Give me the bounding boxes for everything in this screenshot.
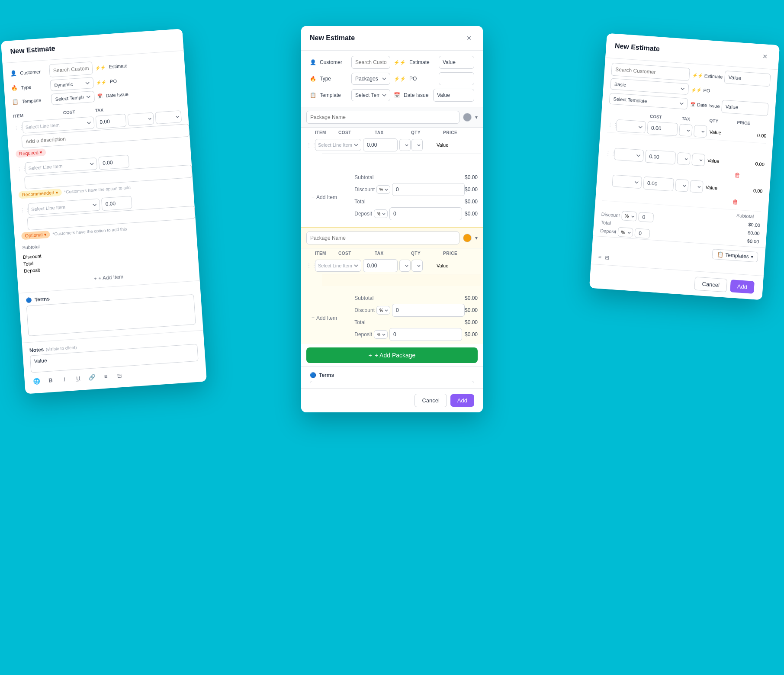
tax-3-right[interactable] [675, 179, 689, 192]
date-icon-left: 📅 [97, 93, 103, 99]
color-dot-1[interactable] [463, 113, 472, 122]
tax-1-right[interactable] [679, 124, 693, 137]
drag-p2[interactable]: ⋮⋮ [306, 263, 313, 269]
add-btn-right[interactable]: Add [730, 280, 755, 294]
discount-type-p1[interactable]: % [376, 185, 390, 194]
tax2-p2[interactable] [411, 260, 423, 272]
drag-p1[interactable]: ⋮⋮ [306, 142, 313, 148]
color-chevron-2[interactable]: ▾ [475, 235, 478, 241]
package-2-name[interactable] [306, 231, 459, 244]
template-select-right[interactable]: Select Template [609, 93, 688, 110]
close-btn-center[interactable]: × [464, 33, 474, 43]
th-item-p2: ITEM [315, 251, 337, 256]
cost-input-3-left[interactable] [101, 196, 132, 211]
discount-type-p2[interactable]: % [376, 306, 390, 315]
cost-3-right[interactable] [643, 177, 674, 192]
cost-input-1-left[interactable] [96, 114, 127, 129]
add-item-btn-p2[interactable]: + Add Item [306, 312, 342, 324]
date-value-right[interactable] [721, 100, 768, 116]
cancel-btn-right[interactable]: Cancel [694, 276, 727, 292]
color-dot-2[interactable] [463, 234, 472, 242]
close-btn-right[interactable]: × [759, 51, 771, 62]
value-2-right: Value [707, 158, 733, 165]
cancel-btn-center[interactable]: Cancel [414, 394, 447, 407]
tax2-p1[interactable] [411, 139, 423, 151]
tax-select-1-left[interactable] [127, 112, 154, 126]
estimate-icon-left: ⚡⚡ [95, 64, 106, 70]
add-item-btn-p1[interactable]: + Add Item [306, 192, 342, 203]
deposit-val-p2[interactable] [389, 328, 462, 341]
po-input-center[interactable] [439, 72, 474, 85]
li-select-2-right[interactable] [614, 148, 644, 162]
color-chevron-1[interactable]: ▾ [475, 114, 478, 120]
discount-val-p1[interactable] [392, 183, 465, 196]
customer-input-center[interactable] [351, 56, 390, 69]
drag-handle-2-left[interactable]: ⋮⋮ [16, 166, 24, 172]
terms-textarea-center[interactable] [310, 381, 474, 388]
templates-btn-right[interactable]: 📋 Templates ▾ [712, 249, 758, 262]
deposit-type-p1[interactable]: % [374, 209, 388, 218]
estimate-value-right[interactable] [724, 71, 771, 87]
underline-btn-left[interactable]: U [73, 373, 84, 384]
add-item-btn-left[interactable]: + + Add Item [88, 270, 129, 284]
cost-p2[interactable] [363, 259, 398, 272]
tax-p2[interactable] [399, 260, 411, 272]
trash-1-right[interactable]: 🗑 [733, 170, 764, 181]
deposit-input-right[interactable] [635, 228, 650, 238]
drag-handle-1-left[interactable]: ⋮⋮ [14, 125, 21, 131]
type-select-center[interactable]: Packages [351, 73, 390, 85]
li-select-p2[interactable]: Select Line Item [315, 260, 361, 272]
globe-btn-left[interactable]: 🌐 [31, 376, 42, 387]
drag-2-right[interactable]: ⋮⋮ [605, 150, 613, 157]
deposit-type-p2[interactable]: % [374, 330, 388, 339]
template-select-left[interactable]: Select Template [51, 91, 95, 105]
desc-p2[interactable] [322, 274, 481, 286]
subtotal-val-p1: $0.00 [465, 174, 478, 180]
template-select-center[interactable]: Select Template [351, 89, 390, 101]
package-1-name[interactable] [306, 111, 459, 124]
list-ordered-btn-left[interactable]: ≡ [100, 371, 112, 382]
drag-handle-3-left[interactable]: ⋮⋮ [19, 206, 27, 213]
po-icon-left: ⚡⚡ [96, 79, 107, 85]
plus-icon-left: + [93, 276, 97, 282]
subtotal-label-p2: Subtotal [354, 295, 373, 301]
th-qty-p2: QTY [411, 251, 441, 256]
cost-2-right[interactable] [645, 150, 676, 165]
add-btn-center[interactable]: Add [450, 394, 474, 407]
customer-input-left[interactable] [49, 61, 93, 77]
desc-p1[interactable] [322, 153, 481, 165]
type-select-right[interactable]: Basic [610, 78, 689, 95]
tax-p1[interactable] [399, 139, 411, 151]
discount-input-right[interactable] [638, 212, 654, 222]
cost-input-2-left[interactable] [98, 155, 129, 170]
qty-2-right[interactable] [691, 153, 705, 166]
li-select-p1[interactable]: Select Line Item [315, 139, 361, 151]
trash-2-right[interactable]: 🗑 [731, 197, 762, 208]
discount-val-p2[interactable] [392, 304, 465, 317]
tax-2-right[interactable] [677, 152, 691, 165]
discount-type-right[interactable]: % [621, 211, 637, 221]
qty-1-right[interactable] [694, 125, 707, 138]
modal-center: New Estimate × 👤 Customer ⚡⚡ Estimate 🔥 … [301, 26, 483, 412]
bold-btn-left[interactable]: B [45, 375, 56, 386]
qty-select-1-left[interactable] [155, 110, 182, 124]
drag-1-right[interactable]: ⋮⋮ [607, 122, 615, 128]
add-package-btn-center[interactable]: + + Add Package [306, 347, 478, 363]
estimate-input-center[interactable] [439, 56, 474, 69]
type-select-left[interactable]: Dynamic [50, 77, 94, 91]
qty-3-right[interactable] [690, 180, 704, 193]
li-select-3-right[interactable] [612, 174, 642, 189]
li-select-1-right[interactable] [616, 119, 646, 134]
cost-p1[interactable] [363, 138, 398, 151]
list-unordered-btn-left[interactable]: ⊟ [114, 370, 125, 381]
date-input-center[interactable] [433, 89, 474, 102]
deposit-type-right[interactable]: % [618, 227, 633, 238]
package-2-center: ▾ ITEM COST TAX QTY PRICE ⋮⋮ Select Line… [301, 227, 483, 344]
cost-1-right[interactable] [647, 121, 678, 136]
customer-input-right[interactable] [611, 63, 690, 81]
deposit-val-p1[interactable] [389, 207, 462, 220]
chevron-down-right: ▾ [750, 254, 753, 260]
link-btn-left[interactable]: 🔗 [87, 372, 98, 383]
po-label-right: PO [703, 88, 710, 93]
italic-btn-left[interactable]: I [59, 373, 70, 385]
